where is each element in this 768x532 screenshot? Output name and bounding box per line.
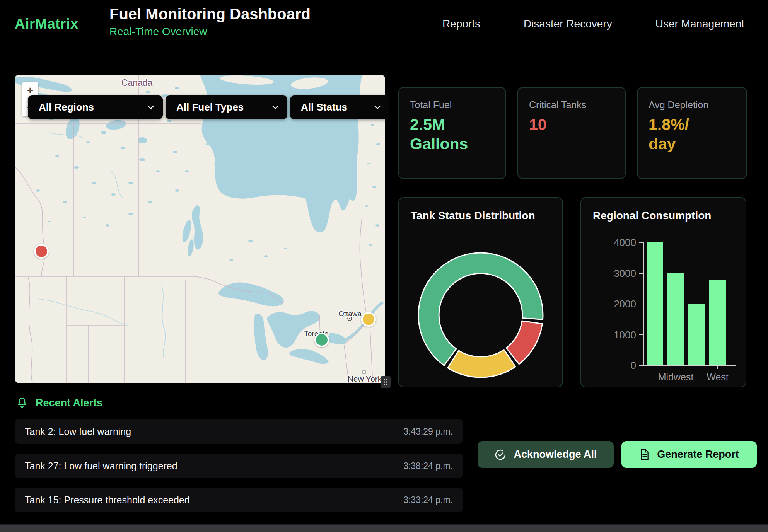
nav-item-user-management[interactable]: User Management — [655, 18, 744, 30]
acknowledge-all-button[interactable]: Acknowledge All — [478, 441, 614, 468]
generate-report-label: Generate Report — [657, 448, 739, 460]
stat-card-total-fuel: Total Fuel 2.5M Gallons — [398, 87, 506, 179]
stat-value-line: 10 — [529, 115, 547, 134]
y-axis-tick — [639, 242, 643, 243]
recent-alerts-title: Recent Alerts — [36, 397, 102, 409]
y-axis-tick — [639, 273, 643, 274]
grip-dots-icon — [383, 378, 388, 386]
title-block: Fuel Monitoring Dashboard Real-Time Over… — [109, 5, 311, 38]
stat-label: Critical Tanks — [529, 99, 586, 111]
stat-value: 10 — [529, 115, 547, 134]
map-panel[interactable]: Canada Ottawa Toronto New York — [15, 75, 385, 383]
status-filter-value: All Status — [301, 101, 347, 113]
alert-timestamp: 3:38:24 p.m. — [403, 454, 453, 478]
stat-value-line: 1.8%/ — [649, 115, 689, 134]
fuel-type-filter-select[interactable]: All Fuel Types — [166, 95, 287, 119]
stat-card-avg-depletion: Avg Depletion 1.8%/ day — [637, 87, 747, 179]
alert-row: Tank 15: Pressure threshold exceeded 3:3… — [15, 488, 463, 512]
nav-item-reports[interactable]: Reports — [442, 18, 480, 30]
stat-value-line: Gallons — [410, 134, 468, 153]
bar-0 — [647, 242, 663, 365]
bar-3 — [709, 280, 726, 365]
alert-row: Tank 2: Low fuel warning 3:43:29 p.m. — [15, 419, 463, 444]
region-filter-select[interactable]: All Regions — [28, 95, 163, 119]
chevron-down-icon — [272, 105, 279, 109]
bar-1 — [667, 273, 684, 366]
map-marker-normal[interactable] — [314, 332, 329, 347]
donut-segment-warning — [448, 350, 515, 377]
alert-message: Tank 15: Pressure threshold exceeded — [25, 488, 190, 512]
alert-message: Tank 2: Low fuel warning — [25, 419, 131, 444]
map-drag-handle[interactable] — [381, 376, 391, 388]
stat-label: Total Fuel — [410, 99, 452, 111]
alert-message: Tank 27: Low fuel warning triggered — [25, 454, 177, 478]
main-nav: Reports Disaster Recovery User Managemen… — [442, 0, 744, 48]
donut-chart-title: Tank Status Distribution — [411, 210, 535, 222]
map-label-new-york: New York — [348, 374, 382, 383]
stat-value-line: day — [649, 134, 689, 153]
x-axis-tick — [717, 365, 718, 369]
y-axis-tick-label: 0 — [601, 360, 636, 372]
stat-label: Avg Depletion — [649, 99, 708, 111]
y-axis-tick-label: 3000 — [601, 267, 636, 279]
status-filter-select[interactable]: All Status — [290, 95, 389, 119]
x-axis-tick — [676, 365, 676, 369]
stat-card-critical-tanks: Critical Tanks 10 — [517, 87, 626, 179]
regional-consumption-bar-chart: 01000200030004000MidwestWest — [581, 198, 746, 387]
y-axis-line — [643, 242, 644, 365]
x-axis-tick-label: West — [707, 372, 729, 383]
stat-value: 1.8%/ day — [649, 115, 689, 153]
map-marker-critical[interactable] — [34, 244, 49, 259]
check-circle-icon — [494, 448, 507, 461]
map-label-ottawa: Ottawa — [338, 310, 362, 318]
bell-icon — [16, 397, 28, 409]
map-marker-warning[interactable] — [361, 312, 376, 327]
alert-timestamp: 3:43:29 p.m. — [403, 419, 453, 444]
chevron-down-icon — [374, 105, 381, 109]
alert-row: Tank 27: Low fuel warning triggered 3:38… — [15, 454, 463, 478]
bar-chart-card: Regional Consumption 01000200030004000Mi… — [580, 197, 746, 387]
acknowledge-all-label: Acknowledge All — [514, 448, 597, 460]
bar-2 — [688, 304, 705, 365]
y-axis-tick-label: 2000 — [601, 298, 636, 310]
y-axis-tick — [639, 304, 643, 304]
map-label-country: Canada — [121, 78, 153, 88]
nav-item-disaster-recovery[interactable]: Disaster Recovery — [524, 18, 612, 30]
horizontal-scrollbar[interactable] — [0, 524, 768, 532]
donut-chart-card: Tank Status Distribution — [398, 197, 563, 387]
tank-status-donut-chart — [399, 198, 562, 387]
brand-logo: AirMatrix — [15, 0, 79, 48]
chevron-down-icon — [147, 105, 154, 109]
x-axis-line — [643, 365, 736, 366]
recent-alerts-heading: Recent Alerts — [16, 397, 102, 409]
y-axis-tick — [639, 365, 643, 366]
page-subtitle: Real-Time Overview — [109, 26, 311, 38]
map-canvas: Canada Ottawa Toronto New York — [15, 75, 385, 383]
fuel-type-filter-value: All Fuel Types — [176, 101, 244, 113]
document-icon — [639, 449, 650, 460]
app-header: AirMatrix Fuel Monitoring Dashboard Real… — [0, 0, 768, 48]
small-town-icon — [363, 371, 365, 373]
map-filters: All Regions All Fuel Types All Status — [28, 95, 389, 119]
region-filter-value: All Regions — [39, 101, 94, 113]
y-axis-tick-label: 4000 — [601, 237, 636, 249]
page-title: Fuel Monitoring Dashboard — [109, 5, 311, 22]
y-axis-tick — [639, 334, 643, 335]
x-axis-tick-label: Midwest — [658, 372, 694, 383]
generate-report-button[interactable]: Generate Report — [621, 441, 757, 468]
y-axis-tick-label: 1000 — [601, 329, 636, 341]
donut-segment-critical — [506, 321, 542, 364]
stat-value: 2.5M Gallons — [410, 115, 468, 153]
alert-timestamp: 3:33:24 p.m. — [403, 488, 453, 512]
stat-value-line: 2.5M — [410, 115, 468, 134]
